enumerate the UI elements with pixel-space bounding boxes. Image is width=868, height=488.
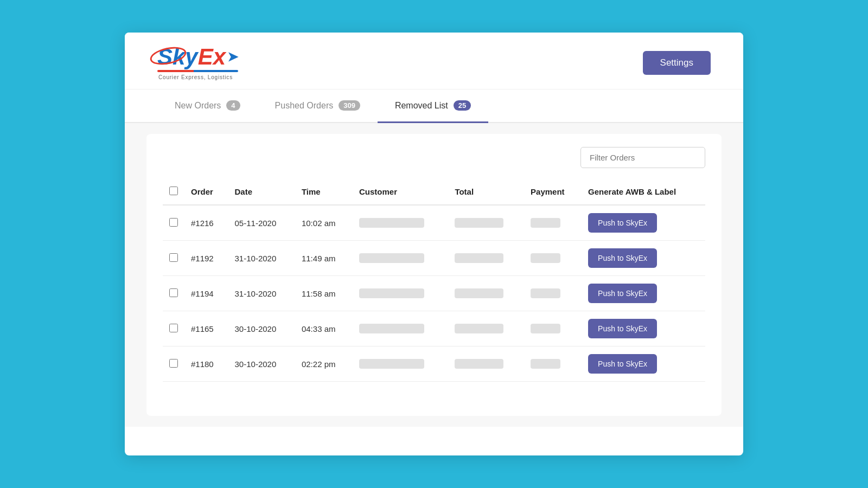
table-row: #1180 30-10-2020 02:22 pm Push to SkyEx	[163, 346, 705, 382]
push-to-skyex-button[interactable]: Push to SkyEx	[588, 248, 657, 268]
tabs-bar: New Orders 4 Pushed Orders 309 Removed L…	[125, 89, 743, 123]
col-header-total: Total	[448, 181, 524, 205]
row-date: 05-11-2020	[228, 205, 295, 241]
logo-arrow-icon: ➤	[227, 49, 238, 65]
row-date: 31-10-2020	[228, 276, 295, 311]
row-push-btn-cell: Push to SkyEx	[582, 346, 705, 382]
row-total	[448, 241, 524, 276]
row-date: 30-10-2020	[228, 311, 295, 346]
push-to-skyex-button[interactable]: Push to SkyEx	[588, 354, 657, 374]
row-date: 31-10-2020	[228, 241, 295, 276]
row-push-btn-cell: Push to SkyEx	[582, 311, 705, 346]
row-order: #1180	[184, 346, 228, 382]
tab-removed-list[interactable]: Removed List 25	[378, 89, 488, 123]
row-payment	[524, 205, 582, 241]
row-checkbox-cell	[163, 311, 184, 346]
select-all-checkbox[interactable]	[169, 187, 178, 195]
tab-removed-list-label: Removed List	[395, 101, 448, 111]
table-header-row: Order Date Time Customer Total Payment G…	[163, 181, 705, 205]
row-order: #1192	[184, 241, 228, 276]
row-total	[448, 205, 524, 241]
tab-new-orders[interactable]: New Orders 4	[157, 89, 258, 123]
row-checkbox[interactable]	[169, 253, 178, 262]
row-total	[448, 311, 524, 346]
row-time: 11:58 am	[295, 276, 353, 311]
logo-ex: Ex	[198, 44, 226, 69]
logo-sky: Sky	[157, 44, 198, 69]
row-time: 11:49 am	[295, 241, 353, 276]
row-time: 02:22 pm	[295, 346, 353, 382]
row-customer	[353, 205, 448, 241]
row-payment	[524, 346, 582, 382]
row-payment	[524, 276, 582, 311]
row-checkbox-cell	[163, 241, 184, 276]
row-payment	[524, 241, 582, 276]
row-date: 30-10-2020	[228, 346, 295, 382]
row-order: #1165	[184, 311, 228, 346]
push-to-skyex-button[interactable]: Push to SkyEx	[588, 213, 657, 233]
row-push-btn-cell: Push to SkyEx	[582, 205, 705, 241]
app-window: SkyEx ➤ Courier Express, Logistics Setti…	[125, 33, 743, 455]
col-header-date: Date	[228, 181, 295, 205]
row-time: 10:02 am	[295, 205, 353, 241]
row-checkbox-cell	[163, 276, 184, 311]
logo: SkyEx ➤ Courier Express, Logistics	[157, 46, 238, 80]
content-card: Order Date Time Customer Total Payment G…	[146, 134, 722, 416]
filter-orders-input[interactable]	[580, 147, 705, 168]
logo-subtitle: Courier Express, Logistics	[158, 74, 233, 80]
header: SkyEx ➤ Courier Express, Logistics Setti…	[125, 33, 743, 89]
orders-table: Order Date Time Customer Total Payment G…	[163, 181, 705, 382]
push-to-skyex-button[interactable]: Push to SkyEx	[588, 319, 657, 338]
tab-new-orders-label: New Orders	[175, 101, 221, 111]
col-header-generate: Generate AWB & Label	[582, 181, 705, 205]
col-header-order: Order	[184, 181, 228, 205]
col-header-customer: Customer	[353, 181, 448, 205]
row-checkbox-cell	[163, 205, 184, 241]
settings-button[interactable]: Settings	[643, 51, 711, 75]
logo-line	[157, 70, 238, 72]
row-checkbox[interactable]	[169, 218, 178, 227]
row-push-btn-cell: Push to SkyEx	[582, 241, 705, 276]
filter-row	[163, 147, 705, 168]
row-total	[448, 276, 524, 311]
push-to-skyex-button[interactable]: Push to SkyEx	[588, 284, 657, 303]
table-row: #1165 30-10-2020 04:33 am Push to SkyEx	[163, 311, 705, 346]
row-checkbox[interactable]	[169, 324, 178, 332]
row-time: 04:33 am	[295, 311, 353, 346]
row-push-btn-cell: Push to SkyEx	[582, 276, 705, 311]
row-total	[448, 346, 524, 382]
logo-top: SkyEx ➤	[157, 46, 238, 68]
row-checkbox-cell	[163, 346, 184, 382]
row-payment	[524, 311, 582, 346]
col-header-payment: Payment	[524, 181, 582, 205]
tab-pushed-orders[interactable]: Pushed Orders 309	[258, 89, 378, 123]
col-header-checkbox	[163, 181, 184, 205]
table-row: #1216 05-11-2020 10:02 am Push to SkyEx	[163, 205, 705, 241]
row-customer	[353, 241, 448, 276]
content-area: Order Date Time Customer Total Payment G…	[125, 123, 743, 427]
row-customer	[353, 346, 448, 382]
tab-new-orders-badge: 4	[226, 100, 240, 111]
tab-pushed-orders-label: Pushed Orders	[275, 101, 334, 111]
row-order: #1216	[184, 205, 228, 241]
logo-brand: SkyEx	[157, 46, 226, 68]
tab-removed-list-badge: 25	[454, 100, 471, 111]
row-checkbox[interactable]	[169, 359, 178, 368]
table-row: #1192 31-10-2020 11:49 am Push to SkyEx	[163, 241, 705, 276]
col-header-time: Time	[295, 181, 353, 205]
row-checkbox[interactable]	[169, 288, 178, 297]
row-customer	[353, 311, 448, 346]
table-row: #1194 31-10-2020 11:58 am Push to SkyEx	[163, 276, 705, 311]
row-order: #1194	[184, 276, 228, 311]
row-customer	[353, 276, 448, 311]
tab-pushed-orders-badge: 309	[339, 100, 360, 111]
